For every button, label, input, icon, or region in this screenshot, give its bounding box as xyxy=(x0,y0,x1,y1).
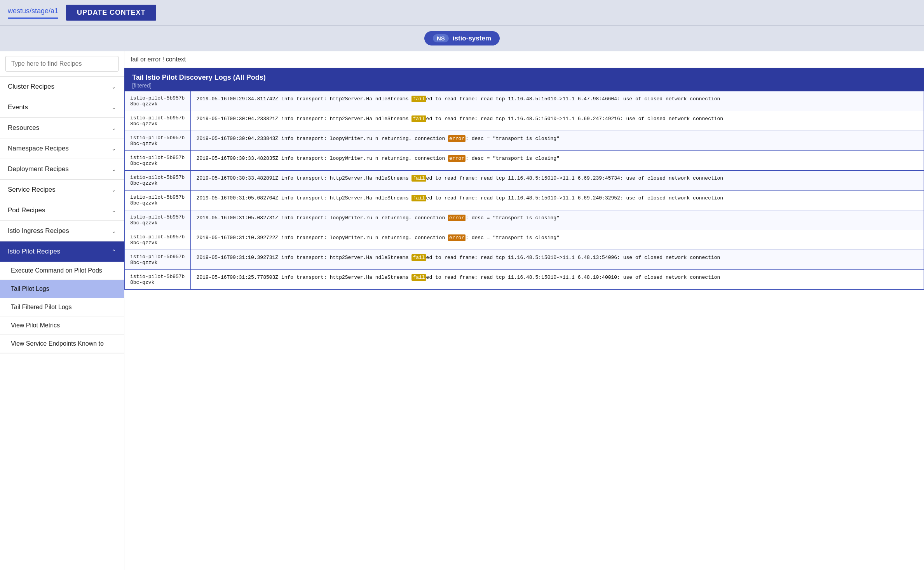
chevron-up-icon: ⌃ xyxy=(112,248,116,255)
pod-cell: istio-pilot-5b957b 8bc-qzzvk xyxy=(125,230,191,250)
pod-cell: istio-pilot-5b957b 8bc-qzzvk xyxy=(125,210,191,230)
failed-highlight: fail xyxy=(411,96,426,102)
sub-item-tail-pilot-logs[interactable]: Tail Pilot Logs xyxy=(0,280,124,298)
log-cell: 2019-05-16T00:31:05.082704Z info transpo… xyxy=(191,191,924,210)
table-row: istio-pilot-5b957b 8bc-qzzvk2019-05-16T0… xyxy=(125,91,924,111)
sidebar-item-label: Istio Pilot Recipes xyxy=(8,248,60,255)
log-cell: 2019-05-16T00:29:34.811742Z info transpo… xyxy=(191,91,924,111)
chevron-down-icon: ⌄ xyxy=(112,104,116,110)
chevron-down-icon: ⌄ xyxy=(112,187,116,193)
sidebar-item-pod[interactable]: Pod Recipes ⌄ xyxy=(0,200,124,220)
error-highlight: error xyxy=(448,215,465,221)
sub-item-exec-cmd[interactable]: Execute Command on Pilot Pods xyxy=(0,262,124,280)
table-row: istio-pilot-5b957b 8bc-qzzvk2019-05-16T0… xyxy=(125,230,924,250)
pod-cell: istio-pilot-5b957b 8bc-qzzvk xyxy=(125,111,191,131)
pod-cell: istio-pilot-5b957b 8bc-qzzvk xyxy=(125,131,191,151)
log-cell: 2019-05-16T00:30:33.482835Z info transpo… xyxy=(191,151,924,171)
table-row: istio-pilot-5b957b 8bc-qzzvk2019-05-16T0… xyxy=(125,131,924,151)
filter-bar: fail or error ! context xyxy=(124,51,924,68)
ns-bar: NS istio-system xyxy=(0,26,924,51)
istio-ingress-section: Istio Ingress Recipes ⌄ xyxy=(0,221,124,241)
log-cell: 2019-05-16T00:30:33.482891Z info transpo… xyxy=(191,171,924,191)
results-title: Tail Istio Pilot Discovery Logs (All Pod… xyxy=(132,73,916,82)
sidebar-item-deployment[interactable]: Deployment Recipes ⌄ xyxy=(0,159,124,179)
pod-cell: istio-pilot-5b957b 8bc-qzzvk xyxy=(125,91,191,111)
sidebar-item-label: Events xyxy=(8,103,28,111)
search-input[interactable] xyxy=(5,56,119,72)
context-tab[interactable]: westus/stage/a1 xyxy=(8,7,58,19)
chevron-down-icon: ⌄ xyxy=(112,228,116,234)
ns-value: istio-system xyxy=(453,35,491,42)
sub-item-label: Tail Filtered Pilot Logs xyxy=(11,304,72,310)
table-row: istio-pilot-5b957b 8bc-qzvk2019-05-16T00… xyxy=(125,270,924,290)
failed-highlight: fail xyxy=(411,274,426,281)
sub-item-view-endpoints[interactable]: View Service Endpoints Known to xyxy=(0,335,124,353)
update-context-button[interactable]: UPDATE CONTEXT xyxy=(66,5,156,21)
failed-highlight: fail xyxy=(411,254,426,261)
pod-cell: istio-pilot-5b957b 8bc-qzzvk xyxy=(125,171,191,191)
error-highlight: error xyxy=(448,234,465,241)
sidebar-item-label: Istio Ingress Recipes xyxy=(8,227,69,235)
table-row: istio-pilot-5b957b 8bc-qzzvk2019-05-16T0… xyxy=(125,250,924,270)
sidebar-item-istio-pilot[interactable]: Istio Pilot Recipes ⌃ xyxy=(0,241,124,262)
log-cell: 2019-05-16T00:31:25.778503Z info transpo… xyxy=(191,270,924,290)
error-highlight: error xyxy=(448,135,465,142)
log-cell: 2019-05-16T00:31:10.392731Z info transpo… xyxy=(191,250,924,270)
table-row: istio-pilot-5b957b 8bc-qzzvk2019-05-16T0… xyxy=(125,210,924,230)
sidebar-item-istio-ingress[interactable]: Istio Ingress Recipes ⌄ xyxy=(0,221,124,241)
table-row: istio-pilot-5b957b 8bc-qzzvk2019-05-16T0… xyxy=(125,151,924,171)
table-row: istio-pilot-5b957b 8bc-qzzvk2019-05-16T0… xyxy=(125,171,924,191)
filter-text: fail or error ! context xyxy=(131,56,186,63)
table-row: istio-pilot-5b957b 8bc-qzzvk2019-05-16T0… xyxy=(125,191,924,210)
sidebar-item-label: Service Recipes xyxy=(8,186,56,194)
sub-item-label: View Service Endpoints Known to xyxy=(11,340,104,347)
pod-section: Pod Recipes ⌄ xyxy=(0,200,124,221)
chevron-down-icon: ⌄ xyxy=(112,207,116,213)
namespace-section: Namespace Recipes ⌄ xyxy=(0,138,124,159)
sidebar: Cluster Recipes ⌄ Events ⌄ Resources ⌄ N… xyxy=(0,51,124,570)
pod-cell: istio-pilot-5b957b 8bc-qzvk xyxy=(125,270,191,290)
sub-item-label: Tail Pilot Logs xyxy=(11,285,49,292)
content-area: fail or error ! context Tail Istio Pilot… xyxy=(124,51,924,570)
events-section: Events ⌄ xyxy=(0,97,124,118)
pod-cell: istio-pilot-5b957b 8bc-qzzvk xyxy=(125,151,191,171)
deployment-section: Deployment Recipes ⌄ xyxy=(0,159,124,180)
sidebar-item-label: Pod Recipes xyxy=(8,206,45,214)
table-row: istio-pilot-5b957b 8bc-qzzvk2019-05-16T0… xyxy=(125,111,924,131)
results-subtitle: [filtered] xyxy=(132,82,916,89)
failed-highlight: fail xyxy=(411,175,426,182)
results-header: Tail Istio Pilot Discovery Logs (All Pod… xyxy=(124,68,924,91)
sidebar-item-label: Cluster Recipes xyxy=(8,83,54,91)
sub-item-view-metrics[interactable]: View Pilot Metrics xyxy=(0,316,124,335)
sidebar-item-namespace[interactable]: Namespace Recipes ⌄ xyxy=(0,138,124,159)
log-cell: 2019-05-16T00:30:04.233821Z info transpo… xyxy=(191,111,924,131)
log-data-table: istio-pilot-5b957b 8bc-qzzvk2019-05-16T0… xyxy=(124,91,924,290)
ns-label: NS xyxy=(433,34,449,42)
sub-item-label: View Pilot Metrics xyxy=(11,322,60,329)
resources-section: Resources ⌄ xyxy=(0,118,124,138)
sidebar-item-label: Resources xyxy=(8,124,39,132)
chevron-down-icon: ⌄ xyxy=(112,145,116,152)
chevron-down-icon: ⌄ xyxy=(112,84,116,90)
pod-cell: istio-pilot-5b957b 8bc-qzzvk xyxy=(125,250,191,270)
cluster-recipes-section: Cluster Recipes ⌄ xyxy=(0,77,124,97)
search-box xyxy=(0,51,124,77)
sidebar-item-service[interactable]: Service Recipes ⌄ xyxy=(0,180,124,200)
sub-item-tail-filtered[interactable]: Tail Filtered Pilot Logs xyxy=(0,298,124,316)
service-section: Service Recipes ⌄ xyxy=(0,180,124,200)
istio-pilot-section: Istio Pilot Recipes ⌃ Execute Command on… xyxy=(0,241,124,353)
header: westus/stage/a1 UPDATE CONTEXT xyxy=(0,0,924,26)
log-cell: 2019-05-16T00:30:04.233843Z info transpo… xyxy=(191,131,924,151)
ns-badge[interactable]: NS istio-system xyxy=(424,31,500,45)
log-cell: 2019-05-16T00:31:05.082731Z info transpo… xyxy=(191,210,924,230)
sidebar-item-cluster[interactable]: Cluster Recipes ⌄ xyxy=(0,77,124,97)
log-cell: 2019-05-16T00:31:10.392722Z info transpo… xyxy=(191,230,924,250)
chevron-down-icon: ⌄ xyxy=(112,166,116,172)
failed-highlight: fail xyxy=(411,195,426,201)
log-table: istio-pilot-5b957b 8bc-qzzvk2019-05-16T0… xyxy=(124,91,924,570)
sidebar-item-events[interactable]: Events ⌄ xyxy=(0,97,124,117)
sidebar-item-label: Deployment Recipes xyxy=(8,165,69,173)
sidebar-item-resources[interactable]: Resources ⌄ xyxy=(0,118,124,138)
sub-item-label: Execute Command on Pilot Pods xyxy=(11,267,102,274)
failed-highlight: fail xyxy=(411,115,426,122)
